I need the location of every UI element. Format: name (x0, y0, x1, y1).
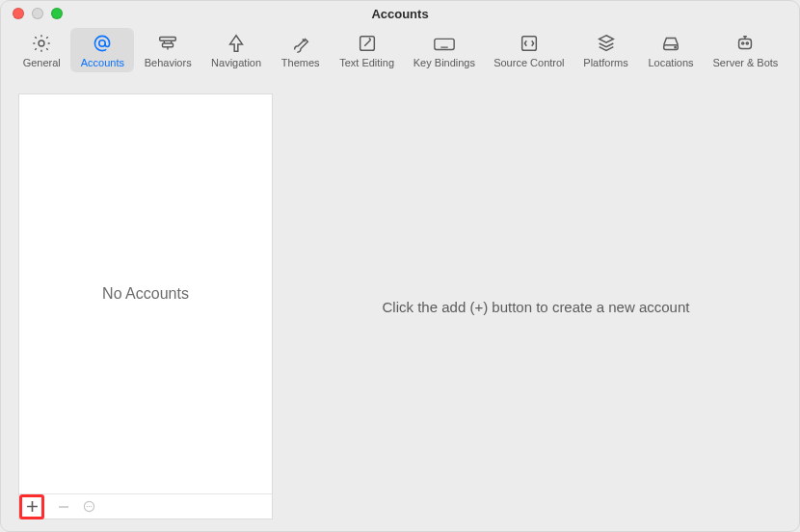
svg-point-10 (742, 42, 744, 44)
svg-point-14 (88, 506, 89, 507)
tab-source-control[interactable]: Source Control (485, 28, 573, 72)
tab-label: Locations (648, 57, 693, 68)
svg-point-1 (99, 40, 105, 46)
tab-label: Navigation (211, 57, 261, 68)
ellipsis-circle-icon (83, 500, 95, 513)
paintbrush-icon (288, 32, 313, 55)
tab-server-bots[interactable]: Server & Bots (704, 28, 787, 72)
keyboard-icon (432, 32, 457, 55)
tab-label: Themes (281, 57, 320, 68)
empty-message: No Accounts (102, 285, 189, 303)
tab-label: Platforms (583, 57, 627, 68)
behaviors-icon (155, 32, 180, 55)
svg-point-0 (39, 40, 44, 46)
svg-point-8 (675, 46, 676, 47)
add-account-button[interactable] (23, 498, 40, 516)
svg-point-13 (86, 506, 87, 507)
tab-label: Source Control (493, 57, 564, 68)
detail-prompt: Click the add (+) button to create a new… (383, 299, 690, 315)
at-sign-icon (90, 32, 115, 55)
gear-icon (29, 32, 54, 55)
tab-key-bindings[interactable]: Key Bindings (404, 28, 485, 72)
tab-label: General (23, 57, 61, 68)
edit-icon (355, 32, 380, 55)
window-title: Accounts (1, 7, 799, 21)
titlebar: Accounts (1, 1, 799, 26)
tab-navigation[interactable]: Navigation (201, 28, 271, 72)
account-detail-panel: Click the add (+) button to create a new… (273, 93, 799, 519)
tab-platforms[interactable]: Platforms (573, 28, 638, 72)
layers-icon (594, 32, 619, 55)
tab-label: Accounts (81, 57, 124, 68)
tab-label: Server & Bots (713, 57, 779, 68)
tab-label: Key Bindings (413, 57, 475, 68)
remove-account-button[interactable] (55, 498, 72, 516)
preferences-toolbar: General Accounts Behaviors Navig (1, 26, 799, 80)
navigation-icon (224, 32, 249, 55)
source-control-icon (517, 32, 542, 55)
tab-themes[interactable]: Themes (271, 28, 330, 72)
accounts-sidebar: No Accounts (18, 93, 273, 519)
tab-label: Text Editing (339, 57, 394, 68)
robot-icon (733, 32, 758, 55)
accounts-list-empty: No Accounts (19, 94, 272, 493)
svg-rect-2 (160, 38, 176, 41)
accounts-sidebar-footer (19, 493, 272, 519)
svg-rect-3 (163, 43, 173, 47)
svg-point-15 (90, 506, 91, 507)
tab-general[interactable]: General (13, 28, 70, 72)
tab-locations[interactable]: Locations (638, 28, 704, 72)
svg-point-11 (747, 42, 749, 44)
tab-accounts[interactable]: Accounts (70, 28, 134, 72)
tab-behaviors[interactable]: Behaviors (134, 28, 200, 72)
svg-rect-9 (739, 39, 752, 48)
minus-icon (58, 501, 69, 513)
account-actions-button[interactable] (80, 498, 97, 516)
disk-icon (658, 32, 683, 55)
tab-text-editing[interactable]: Text Editing (330, 28, 404, 72)
tab-label: Behaviors (145, 57, 192, 68)
plus-icon (26, 500, 39, 513)
